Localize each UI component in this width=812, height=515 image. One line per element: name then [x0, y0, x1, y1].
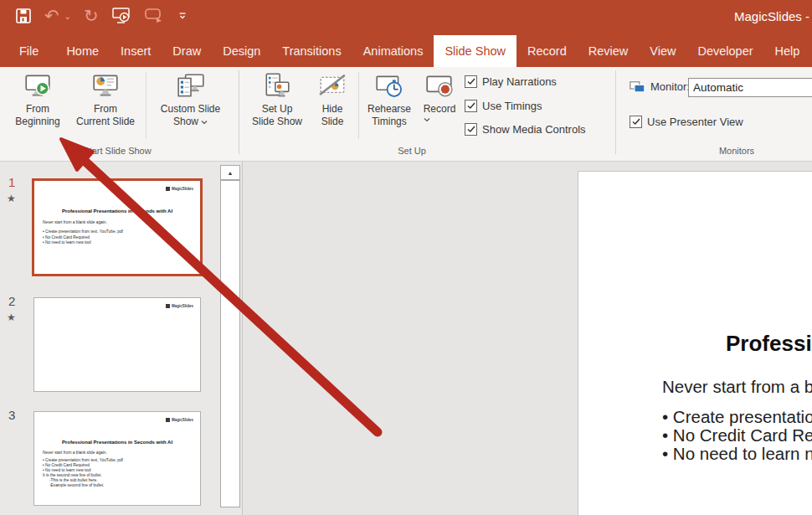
- thumb-slide-title: Professional Presentations in Seconds wi…: [34, 209, 200, 214]
- rehearse-timings-icon: [374, 70, 404, 103]
- play-narrations-label: Play Narrations: [482, 75, 557, 88]
- group-label-monitors: Monitors: [670, 146, 804, 156]
- from-beginning-icon: [23, 70, 53, 103]
- scrollbar-up-icon[interactable]: ▲: [220, 165, 240, 180]
- thumb-sub-bullet: -Example second line of bullet.: [43, 483, 104, 488]
- workspace: 1 ★ MagicSlides Professional Presentatio…: [0, 162, 812, 515]
- slide-bullet-text[interactable]: • Create presentation from text, YouTube…: [662, 407, 812, 427]
- tab-record[interactable]: Record: [516, 35, 578, 67]
- tab-developer[interactable]: Developer: [686, 35, 763, 67]
- hide-slide-label-1: Hide: [321, 103, 344, 116]
- setup-show-label-2: Slide Show: [252, 116, 302, 128]
- monitor-dropdown-value: Automatic: [693, 81, 743, 94]
- save-icon[interactable]: [15, 6, 32, 26]
- set-up-slide-show-icon: [262, 70, 292, 103]
- tab-review[interactable]: Review: [578, 35, 640, 67]
- tab-view[interactable]: View: [639, 35, 686, 67]
- from-beginning-label-2: Beginning: [15, 116, 59, 128]
- set-up-slide-show-button[interactable]: Set Up Slide Show: [244, 70, 311, 128]
- tab-draw[interactable]: Draw: [162, 35, 212, 67]
- redo-icon[interactable]: ↻: [84, 6, 99, 26]
- chevron-down-icon: [201, 120, 208, 125]
- main-slide-canvas[interactable]: Professional Presentations in Seconds wi…: [578, 171, 812, 515]
- slide-thumbnail-panel: 1 ★ MagicSlides Professional Presentatio…: [0, 162, 243, 515]
- from-current-label-2: Current Slide: [76, 116, 135, 128]
- callout-shape-icon[interactable]: [144, 6, 165, 26]
- slide-3-thumbnail[interactable]: MagicSlides Professional Presentations i…: [33, 411, 201, 506]
- ribbon-separator: [358, 72, 359, 139]
- thumb-bullet: • No Credit Card Required: [43, 235, 90, 240]
- chevron-down-icon: [424, 116, 456, 122]
- from-current-slide-icon: [90, 70, 121, 103]
- monitor-label: Monitor:: [650, 80, 690, 93]
- group-separator: [239, 70, 239, 154]
- monitor-row: Monitor:: [630, 80, 690, 93]
- use-presenter-view-label: Use Presenter View: [647, 116, 743, 128]
- use-presenter-view-checkbox[interactable]: Use Presenter View: [630, 116, 743, 128]
- group-separator: [615, 70, 616, 154]
- checkbox-checked-icon: [465, 75, 477, 88]
- tab-slide-show[interactable]: Slide Show: [434, 35, 516, 67]
- record-icon: [424, 70, 455, 103]
- from-current-label-1: From: [76, 103, 135, 116]
- slide-bullet-text[interactable]: • No Credit Card Required: [662, 425, 812, 445]
- ribbon-separator: [146, 72, 146, 139]
- slide-intro-text[interactable]: Never start from a blank slide again.: [662, 377, 812, 397]
- play-narrations-checkbox[interactable]: Play Narrations: [465, 75, 557, 88]
- checkbox-checked-icon: [465, 100, 477, 112]
- undo-icon[interactable]: ↶: [44, 6, 59, 26]
- slide-1-thumbnail[interactable]: MagicSlides Professional Presentations i…: [32, 178, 203, 276]
- hide-slide-icon: [317, 70, 347, 103]
- from-current-slide-button[interactable]: From Current Slide: [70, 70, 141, 128]
- slide-1-animation-star-icon[interactable]: ★: [7, 193, 16, 204]
- rehearse-timings-button[interactable]: Rehearse Timings: [362, 70, 417, 128]
- monitor-icon: [630, 81, 645, 93]
- custom-slide-show-button[interactable]: Custom Slide Show: [151, 70, 230, 128]
- tab-transitions[interactable]: Transitions: [271, 35, 352, 67]
- setup-show-label-1: Set Up: [252, 103, 302, 116]
- panel-scrollbar-thumb[interactable]: [220, 180, 240, 507]
- show-media-controls-checkbox[interactable]: Show Media Controls: [465, 123, 586, 136]
- use-timings-label: Use Timings: [482, 100, 542, 112]
- start-slideshow-icon[interactable]: [111, 6, 131, 26]
- tab-insert[interactable]: Insert: [110, 35, 162, 67]
- slide-2-number: 2: [8, 294, 15, 308]
- magicslides-logo: MagicSlides: [166, 304, 193, 308]
- magicslides-logo: MagicSlides: [166, 418, 193, 422]
- tab-home[interactable]: Home: [55, 35, 110, 67]
- custom-show-label-2: Show: [173, 116, 198, 127]
- thumb-bullet: • No need to learn new tool: [43, 240, 91, 245]
- custom-slide-show-icon: [176, 70, 206, 103]
- tab-help[interactable]: Help: [764, 35, 811, 67]
- from-beginning-button[interactable]: From Beginning: [7, 70, 69, 128]
- checkbox-checked-icon: [630, 116, 642, 128]
- window-title: MagicSlides -: [734, 9, 809, 23]
- slide-title-text[interactable]: Professional Presentations in Seconds wi…: [726, 331, 812, 357]
- logo-mark-icon: [166, 187, 170, 191]
- hide-slide-label-2: Slide: [321, 116, 344, 128]
- thumb-slide-intro: Never start from a blank slide again.: [43, 220, 107, 225]
- tab-design[interactable]: Design: [212, 35, 271, 67]
- tab-file[interactable]: File: [3, 35, 55, 67]
- slide-bullet-text[interactable]: • No need to learn new tool: [662, 444, 812, 464]
- from-beginning-label-1: From: [15, 103, 59, 116]
- ribbon-slide-show: From Beginning From Current Slide: [0, 67, 812, 162]
- hide-slide-button[interactable]: Hide Slide: [311, 70, 353, 128]
- undo-dropdown-icon[interactable]: ⌄: [64, 6, 71, 26]
- group-label-set-up: Set Up: [362, 146, 462, 156]
- record-label: Record: [424, 103, 456, 116]
- group-label-start-slide-show: Start Slide Show: [50, 146, 184, 156]
- logo-mark-icon: [166, 418, 170, 422]
- use-timings-checkbox[interactable]: Use Timings: [465, 100, 542, 112]
- thumb-slide-intro: Never start from a blank slide again.: [43, 451, 107, 456]
- powerpoint-window: { "titlebar": { "title": "MagicSlides -"…: [0, 0, 812, 515]
- record-button[interactable]: Record: [418, 70, 461, 122]
- slide-2-thumbnail[interactable]: MagicSlides: [33, 297, 201, 392]
- slide-2-animation-star-icon[interactable]: ★: [7, 312, 16, 323]
- quick-access-toolbar: ↶ ⌄ ↻: [15, 6, 188, 26]
- title-bar: ↶ ⌄ ↻ MagicSlides: [0, 0, 812, 35]
- tab-animations[interactable]: Animations: [352, 35, 434, 67]
- custom-show-label-1: Custom Slide: [161, 103, 220, 116]
- monitor-dropdown[interactable]: Automatic: [688, 78, 812, 97]
- customize-qat-icon[interactable]: [177, 6, 188, 26]
